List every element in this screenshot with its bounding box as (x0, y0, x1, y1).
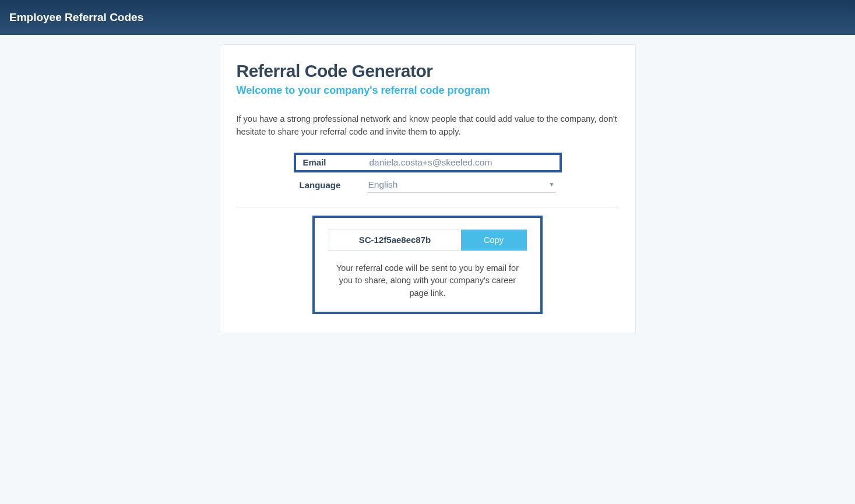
email-row: Email daniela.costa+s@skeeled.com (300, 157, 556, 168)
result-section: SC-12f5ae8ec87b Copy Your referral code … (237, 216, 619, 314)
card-subtitle: Welcome to your company's referral code … (237, 84, 619, 97)
header-title: Employee Referral Codes (9, 11, 143, 24)
result-note: Your referral code will be sent to you b… (329, 262, 526, 300)
email-field[interactable]: daniela.costa+s@skeeled.com (370, 157, 554, 168)
app-header: Employee Referral Codes (0, 0, 855, 35)
result-highlight-box: SC-12f5ae8ec87b Copy Your referral code … (312, 216, 543, 314)
language-row-wrapper: Language English ▼ (294, 176, 562, 196)
chevron-down-icon: ▼ (549, 181, 555, 188)
card-title: Referral Code Generator (237, 61, 619, 81)
referral-code-display: SC-12f5ae8ec87b (329, 230, 461, 251)
main-content: Referral Code Generator Welcome to your … (0, 35, 855, 333)
divider (237, 207, 619, 207)
referral-card: Referral Code Generator Welcome to your … (220, 44, 636, 333)
email-form-group: Email daniela.costa+s@skeeled.com (237, 153, 619, 176)
email-label: Email (302, 157, 360, 167)
email-highlight-box: Email daniela.costa+s@skeeled.com (294, 153, 562, 172)
copy-button[interactable]: Copy (461, 230, 527, 251)
code-row: SC-12f5ae8ec87b Copy (329, 230, 527, 251)
language-row: Language English ▼ (300, 177, 556, 193)
language-select[interactable]: English ▼ (367, 177, 556, 193)
language-label: Language (300, 180, 358, 190)
language-form-group: Language English ▼ (237, 176, 619, 207)
card-description: If you have a strong professional networ… (237, 113, 619, 139)
language-value: English (368, 179, 398, 190)
